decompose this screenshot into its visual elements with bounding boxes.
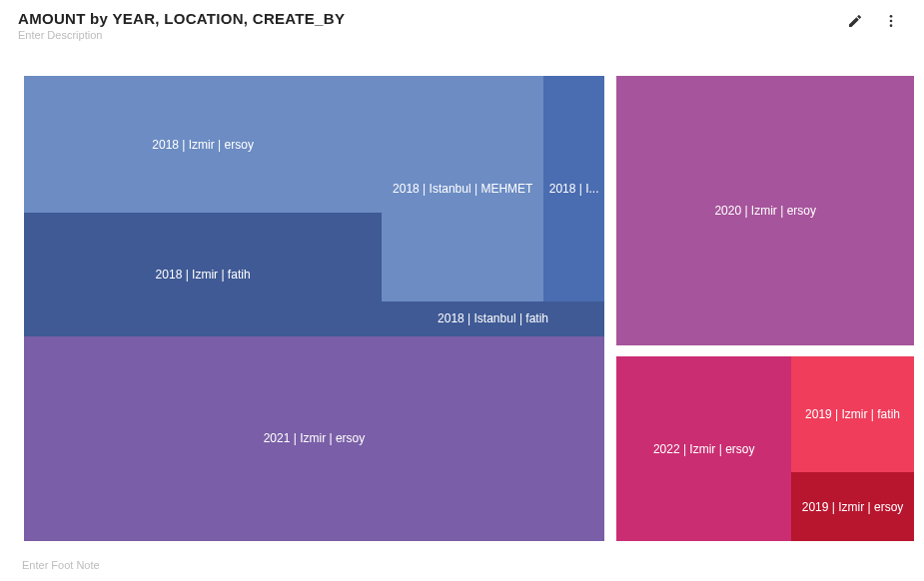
treemap-tile-label: 2019 | Izmir | ersoy	[802, 500, 904, 514]
chart-title: AMOUNT by YEAR, LOCATION, CREATE_BY	[18, 10, 846, 27]
title-block: AMOUNT by YEAR, LOCATION, CREATE_BY Ente…	[18, 10, 846, 41]
treemap-tile[interactable]: 2022 | Izmir | ersoy	[616, 356, 791, 541]
more-options-button[interactable]	[882, 12, 900, 30]
svg-point-0	[890, 15, 893, 18]
treemap-tile-label: 2021 | Izmir | ersoy	[264, 431, 366, 445]
treemap-tile-label: 2020 | Izmir | ersoy	[714, 204, 816, 218]
card-header: AMOUNT by YEAR, LOCATION, CREATE_BY Ente…	[0, 0, 924, 41]
treemap-tile[interactable]: 2018 | Istanbul | fatih	[382, 301, 604, 336]
treemap-tile-label: 2022 | Izmir | ersoy	[653, 442, 755, 456]
edit-button[interactable]	[846, 12, 864, 30]
more-vert-icon	[883, 13, 899, 29]
treemap-tile-label: 2019 | Izmir | fatih	[805, 407, 900, 421]
svg-point-1	[890, 20, 893, 23]
treemap-tile[interactable]: 2020 | Izmir | ersoy	[616, 76, 914, 345]
treemap-tile[interactable]: 2019 | Izmir | ersoy	[791, 472, 914, 541]
treemap-tile[interactable]: 2018 | Istanbul | MEHMET	[382, 76, 543, 301]
treemap-tile[interactable]: 2018 | Izmir | fatih	[24, 213, 382, 335]
svg-point-2	[890, 24, 893, 27]
treemap-chart[interactable]: 2018 | Izmir | ersoy2018 | Izmir | fatih…	[24, 76, 914, 541]
treemap-tile[interactable]: 2019 | Izmir | fatih	[791, 356, 914, 472]
treemap-tile-label: 2018 | Izmir | fatih	[156, 268, 251, 282]
treemap-tile-label: 2018 | Istanbul | fatih	[438, 311, 548, 325]
treemap-tile[interactable]: 2018 | Izmir | ersoy	[24, 76, 382, 213]
treemap-tile-label: 2018 | Istanbul | MEHMET	[393, 182, 532, 196]
treemap-tile-label: 2018 | I...	[549, 182, 599, 196]
chart-description-placeholder[interactable]: Enter Description	[18, 29, 846, 41]
treemap-tile[interactable]: 2018 | I...	[543, 76, 604, 301]
treemap-tile[interactable]: 2021 | Izmir | ersoy	[24, 336, 604, 541]
pencil-icon	[847, 13, 863, 29]
chart-footnote-placeholder[interactable]: Enter Foot Note	[22, 559, 100, 571]
treemap-tile-label: 2018 | Izmir | ersoy	[152, 138, 254, 152]
chart-card: AMOUNT by YEAR, LOCATION, CREATE_BY Ente…	[0, 0, 924, 581]
header-actions	[846, 10, 906, 30]
